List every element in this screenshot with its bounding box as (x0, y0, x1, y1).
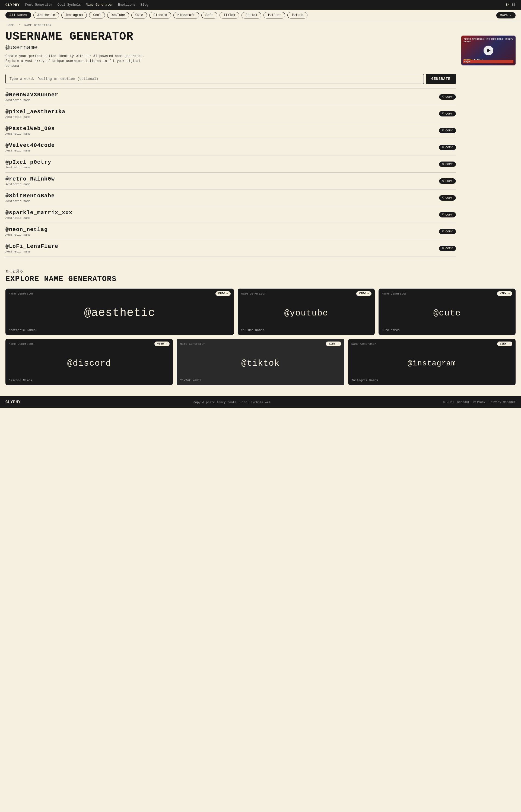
card-name: Discord Names (9, 379, 169, 382)
search-input[interactable] (5, 74, 424, 84)
copy-button[interactable]: ⧉COPY (439, 111, 456, 116)
filter-cute[interactable]: Cute (131, 12, 148, 19)
video-play-button[interactable] (483, 46, 493, 56)
nav-cool-symbols[interactable]: Cool Symbols (58, 3, 81, 7)
cards-top-row: Name Generator VIEW → @aesthetic Aesthet… (5, 289, 516, 335)
card-instagram[interactable]: Name Generator VIEW → @instagram Instagr… (348, 339, 516, 385)
filter-all-names[interactable]: All Names (5, 12, 31, 19)
copy-button[interactable]: ⧉COPY (439, 145, 456, 150)
generate-button[interactable]: GENERATE (426, 74, 456, 84)
username-handle: @sparkle_matrix_x0x (5, 210, 72, 216)
username-list: @Ne0nWaV3Runner Aesthetic name ⧉COPY @pi… (5, 88, 456, 257)
copy-button[interactable]: ⧉COPY (439, 128, 456, 133)
filter-instagram[interactable]: Instagram (61, 12, 87, 19)
copy-button[interactable]: ⧉COPY (439, 229, 456, 234)
card-cute[interactable]: Name Generator VIEW → @cute Cute Names (379, 289, 516, 335)
filter-roblox[interactable]: Roblox (242, 12, 261, 19)
copy-button[interactable]: ⧉COPY (439, 195, 456, 201)
card-tiktok[interactable]: Name Generator VIEW → @tiktok TikTok Nam… (177, 339, 344, 385)
filter-soft[interactable]: Soft (201, 12, 217, 19)
list-item: @Velvet404code Aesthetic name ⧉COPY (5, 139, 456, 156)
breadcrumb: HOME / NAME GENERATOR (0, 21, 521, 27)
card-youtube[interactable]: Name Generator VIEW → @youtube YouTube N… (238, 289, 375, 335)
breadcrumb-separator: / (19, 24, 20, 27)
card-name: YouTube Names (241, 329, 371, 332)
username-handle: @PastelWeb_00s (5, 126, 55, 132)
filter-cool[interactable]: Cool (89, 12, 105, 19)
nav-name-generator[interactable]: Name Generator (86, 3, 113, 7)
list-item: @pixel_aesthetIka Aesthetic name ⧉COPY (5, 105, 456, 122)
left-column: USERNAME GENERATOR @username Create your… (5, 27, 456, 263)
footer-links: © 2024 Contact Privacy Privacy Manager (443, 400, 516, 404)
hero-description: Create your perfect online identity with… (5, 54, 146, 68)
footer-center-text: Copy & paste fancy fonts + cool symbols … (194, 400, 271, 404)
nav-emoticons[interactable]: Emoticons (118, 3, 136, 7)
username-tag: Aesthetic name (5, 233, 48, 237)
card-aesthetic[interactable]: Name Generator VIEW → @aesthetic Aesthet… (5, 289, 234, 335)
explore-title: EXPLORE NAME GENERATORS (5, 275, 516, 283)
card-view-aesthetic[interactable]: VIEW → (216, 291, 231, 296)
filter-tiktok[interactable]: TikTok (220, 12, 239, 19)
copy-button[interactable]: ⧉COPY (439, 212, 456, 217)
username-handle: @LoFi_LensFlare (5, 243, 58, 249)
card-discord[interactable]: Name Generator VIEW → @discord Discord N… (5, 339, 173, 385)
card-name: Aesthetic Names (9, 329, 231, 332)
list-item: @retro_Rainb0w Aesthetic name ⧉COPY (5, 172, 456, 189)
username-handle: @neon_netlag (5, 226, 48, 233)
card-view-instagram[interactable]: VIEW → (497, 342, 512, 346)
cards-bottom-row: Name Generator VIEW → @discord Discord N… (5, 339, 516, 385)
lang-es[interactable]: ES (512, 3, 516, 7)
lang-en[interactable]: EN (505, 3, 509, 7)
username-tag: Aesthetic name (5, 115, 65, 119)
filter-aesthetic[interactable]: Aesthetic (33, 12, 59, 19)
card-label: Name Generator (352, 342, 376, 346)
footer-privacy[interactable]: Privacy (473, 400, 485, 404)
list-item: @8bitBentoBabe Aesthetic name ⧉COPY (5, 189, 456, 206)
list-item: @PastelWeb_00s Aesthetic name ⧉COPY (5, 122, 456, 139)
footer-year: © 2024 (443, 400, 454, 404)
card-name: Cute Names (382, 329, 512, 332)
username-tag: Aesthetic name (5, 183, 55, 186)
card-handle: @instagram (408, 359, 456, 368)
copy-button[interactable]: ⧉COPY (439, 94, 456, 100)
copy-button[interactable]: ⧉COPY (439, 178, 456, 184)
username-handle: @pixel_aesthetIka (5, 109, 65, 115)
footer-privacy-manager[interactable]: Privacy Manager (489, 400, 516, 404)
card-view-cute[interactable]: VIEW → (497, 291, 512, 296)
username-tag: Aesthetic name (5, 149, 55, 152)
footer-logo[interactable]: GLYPHY (5, 400, 21, 404)
top-navigation: GLYPHY Font Generator Cool Symbols Name … (0, 0, 521, 10)
breadcrumb-home[interactable]: HOME (6, 24, 14, 27)
card-name: Instagram Names (352, 379, 512, 382)
filter-more-button[interactable]: More ▾ (496, 12, 516, 19)
username-tag: Aesthetic name (5, 250, 58, 253)
filter-discord[interactable]: Discord (149, 12, 171, 19)
card-view-discord[interactable]: VIEW → (154, 342, 169, 346)
username-handle: @pIxel_p0etry (5, 159, 51, 165)
right-column: Young Sheldon: The Big Bang Theory Stars… (461, 27, 516, 263)
username-tag: Aesthetic name (5, 98, 58, 102)
copy-button[interactable]: ⧉COPY (439, 246, 456, 251)
nav-blog[interactable]: Blog (140, 3, 149, 7)
site-logo[interactable]: GLYPHY (5, 3, 20, 7)
card-label: Name Generator (180, 342, 205, 346)
card-view-youtube[interactable]: VIEW → (356, 291, 371, 296)
page-title: USERNAME GENERATOR (5, 30, 456, 43)
footer-contact[interactable]: Contact (457, 400, 470, 404)
filter-youtube[interactable]: YouTube (107, 12, 129, 19)
copy-button[interactable]: ⧉COPY (439, 161, 456, 167)
card-view-tiktok[interactable]: VIEW → (326, 342, 341, 346)
filter-twitter[interactable]: Twitter (264, 12, 285, 19)
nav-font-generator[interactable]: Font Generator (25, 3, 53, 7)
main-content: USERNAME GENERATOR @username Create your… (0, 27, 521, 263)
filter-minecraft[interactable]: Minecraft (174, 12, 199, 19)
card-handle: @cute (433, 308, 461, 318)
filter-twitch[interactable]: Twitch (287, 12, 307, 19)
card-handle: @tiktok (241, 358, 279, 368)
video-thumbnail[interactable]: Young Sheldon: The Big Bang Theory Stars… (461, 36, 516, 65)
username-handle: @8bitBentoBabe (5, 193, 55, 199)
list-item: @LoFi_LensFlare Aesthetic name ⧉COPY (5, 240, 456, 257)
username-tag: Aesthetic name (5, 216, 72, 220)
list-item: @sparkle_matrix_x0x Aesthetic name ⧉COPY (5, 206, 456, 223)
hero-subtitle: @username (5, 44, 456, 51)
